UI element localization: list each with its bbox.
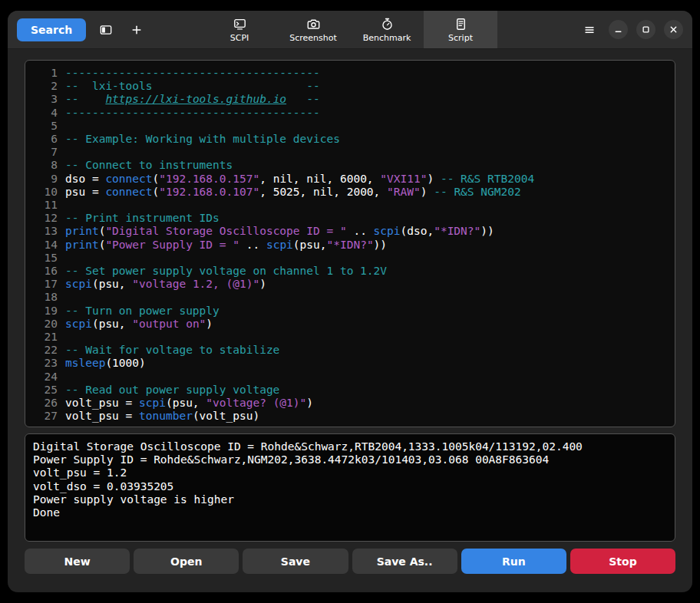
line-number: 24 <box>25 371 65 384</box>
stop-button[interactable]: Stop <box>570 549 675 574</box>
line-number: 4 <box>25 107 65 120</box>
tab-label: Script <box>448 34 473 42</box>
code-line: 11 <box>25 199 675 212</box>
code-text: volt_psu = scpi(psu, "voltage? (@1)") <box>65 397 313 410</box>
add-tab-button[interactable] <box>126 19 147 41</box>
line-number: 10 <box>25 186 65 199</box>
console-line: volt_dso = 0.03935205 <box>33 480 667 493</box>
tab-screenshot[interactable]: Screenshot <box>276 11 350 48</box>
code-line: 7 <box>25 146 675 159</box>
line-number: 23 <box>25 357 65 370</box>
screen-background: Search SCPIScreenshotBenchmarkScript <box>0 0 700 603</box>
code-text <box>65 371 72 384</box>
code-line: 18 <box>25 291 675 304</box>
code-line: 5 <box>25 120 675 133</box>
line-number: 7 <box>25 146 65 159</box>
line-number: 25 <box>25 384 65 397</box>
code-text: -- Set power supply voltage on channel 1… <box>65 265 387 278</box>
line-number: 14 <box>25 239 65 252</box>
code-line: 10psu = connect("192.168.0.107", 5025, n… <box>25 186 675 199</box>
line-number: 13 <box>25 225 65 238</box>
code-text <box>65 120 72 133</box>
code-text <box>65 252 72 265</box>
line-number: 11 <box>25 199 65 212</box>
code-line: 22-- Wait for voltage to stabilize <box>25 344 675 357</box>
close-button[interactable] <box>664 20 683 39</box>
tab-benchmark[interactable]: Benchmark <box>350 11 424 48</box>
code-text: scpi(psu, "output on") <box>65 318 213 331</box>
header-right-group <box>579 19 683 41</box>
code-text <box>65 199 72 212</box>
code-line: 17scpi(psu, "voltage 1.2, (@1)") <box>25 278 675 291</box>
code-text: -- Turn on power supply <box>65 305 220 318</box>
code-text: -- Connect to instruments <box>65 159 233 172</box>
line-number: 19 <box>25 305 65 318</box>
maximize-icon <box>640 24 652 35</box>
hamburger-icon <box>583 24 596 36</box>
run-button[interactable]: Run <box>461 549 566 574</box>
line-number: 6 <box>25 133 65 146</box>
line-number: 12 <box>25 212 65 225</box>
code-line: 6-- Example: Working with multiple devic… <box>25 133 675 146</box>
code-line: 13print("Digital Storage Oscilloscope ID… <box>25 225 675 238</box>
app-window: Search SCPIScreenshotBenchmarkScript <box>8 11 692 592</box>
code-line: 12-- Print instrument IDs <box>25 212 675 225</box>
tab-script[interactable]: Script <box>424 11 497 48</box>
scpi-icon <box>233 18 246 31</box>
line-number: 21 <box>25 331 65 344</box>
code-line: 3-- https://lxi-tools.github.io -- <box>25 93 675 106</box>
code-text: -- https://lxi-tools.github.io -- <box>65 93 320 106</box>
close-icon <box>668 24 679 35</box>
code-line: 20scpi(psu, "output on") <box>25 318 675 331</box>
line-number: 27 <box>25 410 65 423</box>
code-line: 9dso = connect("192.168.0.157", nil, nil… <box>25 173 675 186</box>
code-line: 15 <box>25 252 675 265</box>
sidebar-toggle-button[interactable] <box>95 19 117 41</box>
code-line: 25-- Read out power supply voltage <box>25 384 675 397</box>
open-button[interactable]: Open <box>134 549 239 574</box>
code-line: 1-------------------------------------- <box>25 67 675 80</box>
line-number: 15 <box>25 252 65 265</box>
code-text: -------------------------------------- <box>65 107 320 120</box>
line-number: 22 <box>25 344 65 357</box>
tab-label: Benchmark <box>363 34 411 42</box>
code-text: print("Power Supply ID = " .. scpi(psu,"… <box>65 239 387 252</box>
output-console[interactable]: Digital Storage Oscilloscope ID = Rohde&… <box>25 433 675 542</box>
tab-label: Screenshot <box>289 34 337 42</box>
line-number: 17 <box>25 278 65 291</box>
line-number: 3 <box>25 93 65 106</box>
code-text <box>65 331 72 344</box>
new-button[interactable]: New <box>25 549 130 574</box>
code-line: 2-- lxi-tools -- <box>25 80 675 93</box>
code-text: msleep(1000) <box>65 357 146 370</box>
header-left-group: Search <box>17 18 147 41</box>
save-button[interactable]: Save <box>243 549 348 574</box>
console-line: Done <box>33 506 667 519</box>
code-text <box>65 291 72 304</box>
code-line: 4-------------------------------------- <box>25 107 675 120</box>
line-number: 1 <box>25 67 65 80</box>
save-as-button[interactable]: Save As.. <box>352 549 457 574</box>
code-text: scpi(psu, "voltage 1.2, (@1)") <box>65 278 266 291</box>
main-menu-button[interactable] <box>579 19 600 41</box>
code-line: 27volt_psu = tonumber(volt_psu) <box>25 410 675 423</box>
code-line: 24 <box>25 371 675 384</box>
sidebar-icon <box>100 24 112 36</box>
camera-icon <box>307 18 320 31</box>
line-number: 16 <box>25 265 65 278</box>
console-line: Power Supply ID = Rohde&Schwarz,NGM202,3… <box>33 453 667 466</box>
code-line: 19-- Turn on power supply <box>25 305 675 318</box>
maximize-button[interactable] <box>636 20 655 39</box>
tab-scpi[interactable]: SCPI <box>203 11 276 48</box>
plus-icon <box>130 24 143 36</box>
minimize-button[interactable] <box>609 20 628 39</box>
search-button[interactable]: Search <box>17 18 86 41</box>
script-editor[interactable]: 1--------------------------------------2… <box>25 60 675 427</box>
line-number: 9 <box>25 173 65 186</box>
code-text: dso = connect("192.168.0.157", nil, nil,… <box>65 173 534 186</box>
code-text: print("Digital Storage Oscilloscope ID =… <box>65 225 494 238</box>
code-text: -- Example: Working with multiple device… <box>65 133 340 146</box>
console-line: Digital Storage Oscilloscope ID = Rohde&… <box>33 440 667 453</box>
line-number: 20 <box>25 318 65 331</box>
line-number: 18 <box>25 291 65 304</box>
